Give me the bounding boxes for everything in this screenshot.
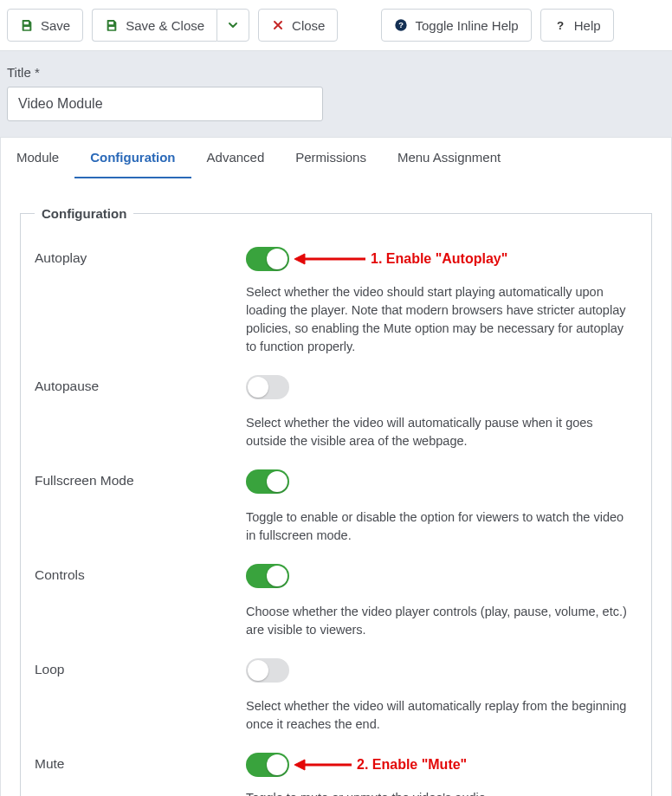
fullscreen-toggle[interactable] (246, 469, 289, 494)
option-autoplay: Autoplay 1. Enable "Autoplay" Select whe… (35, 231, 637, 359)
tab-menu-assignment[interactable]: Menu Assignment (382, 138, 516, 178)
option-autoplay-desc: Select whether the video should start pl… (246, 283, 636, 356)
annotation-mute-text: 2. Enable "Mute" (357, 757, 467, 773)
annotation-mute: 2. Enable "Mute" (294, 757, 467, 773)
annotation-autoplay-text: 1. Enable "Autoplay" (371, 251, 507, 267)
config-panel: Configuration Autoplay 1. Enable "Autopl… (0, 178, 672, 796)
option-loop-label: Loop (35, 658, 246, 677)
option-autopause: Autopause Select whether the video will … (35, 359, 637, 454)
save-icon (105, 18, 119, 32)
toolbar: Save Save & Close Close ? Toggle Inline … (0, 0, 672, 50)
save-close-button[interactable]: Save & Close (92, 9, 216, 42)
tab-configuration[interactable]: Configuration (74, 138, 191, 178)
option-mute-label: Mute (35, 753, 246, 772)
close-label: Close (292, 18, 325, 33)
option-fullscreen-label: Fullscreen Mode (35, 469, 246, 489)
annotation-autoplay: 1. Enable "Autoplay" (294, 251, 507, 267)
tabs: Module Configuration Advanced Permission… (0, 137, 672, 178)
title-input[interactable] (7, 87, 323, 121)
fieldset-legend: Configuration (35, 206, 133, 221)
svg-marker-3 (294, 254, 305, 264)
save-label: Save (41, 18, 70, 33)
svg-text:?: ? (399, 21, 404, 29)
option-mute: Mute 2. Enable "Mute" Toggle to mute or … (35, 737, 637, 796)
tab-permissions[interactable]: Permissions (280, 138, 382, 178)
option-loop-desc: Select whether the video will automatica… (246, 697, 636, 734)
tab-advanced[interactable]: Advanced (191, 138, 281, 178)
save-button[interactable]: Save (7, 9, 83, 42)
help-label: Help (574, 18, 601, 33)
toggle-inline-help-label: Toggle Inline Help (415, 18, 518, 33)
option-controls-desc: Choose whether the video player controls… (246, 603, 636, 639)
save-close-dropdown[interactable] (216, 9, 249, 42)
save-close-group: Save & Close (92, 9, 249, 42)
option-fullscreen: Fullscreen Mode Toggle to enable or disa… (35, 454, 637, 548)
option-loop: Loop Select whether the video will autom… (35, 643, 637, 737)
option-controls: Controls Choose whether the video player… (35, 548, 637, 643)
close-icon (271, 18, 285, 32)
mute-toggle[interactable] (246, 753, 289, 777)
tab-module[interactable]: Module (1, 138, 74, 178)
option-autopause-label: Autopause (35, 375, 246, 394)
save-close-label: Save & Close (126, 18, 204, 33)
controls-toggle[interactable] (246, 564, 289, 588)
toggle-inline-help-button[interactable]: ? Toggle Inline Help (381, 9, 531, 42)
option-mute-desc: Toggle to mute or unmute the video's aud… (246, 789, 636, 796)
close-button[interactable]: Close (258, 9, 338, 42)
save-icon (20, 18, 34, 32)
question-icon: ? (553, 18, 567, 32)
option-fullscreen-desc: Toggle to enable or disable the option f… (246, 508, 636, 545)
autopause-toggle[interactable] (246, 375, 289, 399)
option-autopause-desc: Select whether the video will automatica… (246, 414, 636, 450)
title-area: Title * (0, 50, 672, 137)
svg-text:?: ? (557, 19, 564, 32)
info-icon: ? (394, 18, 408, 32)
svg-marker-5 (294, 760, 305, 770)
help-button[interactable]: ? Help (540, 9, 614, 42)
option-controls-label: Controls (35, 564, 246, 583)
autoplay-toggle[interactable] (246, 247, 289, 271)
title-label: Title * (7, 65, 665, 80)
chevron-down-icon (226, 18, 240, 32)
loop-toggle[interactable] (246, 658, 289, 683)
option-autoplay-label: Autoplay (35, 247, 246, 266)
config-fieldset: Configuration Autoplay 1. Enable "Autopl… (20, 206, 652, 796)
